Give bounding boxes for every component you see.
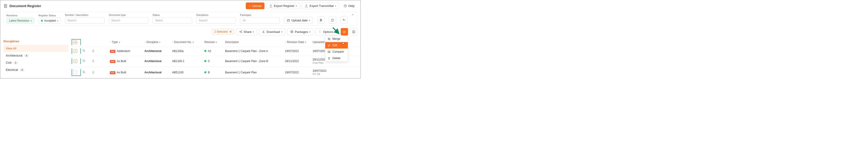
row-checkbox[interactable] <box>72 69 81 76</box>
edit-icon <box>328 44 331 47</box>
sidebar-item-architectural[interactable]: Architectural 4 <box>3 52 68 59</box>
options-menu-compare[interactable]: Compare <box>325 48 348 55</box>
col-type[interactable]: ↑Type▾ <box>108 40 143 45</box>
svg-point-28 <box>343 32 343 33</box>
row-description: Basement 1 Carpark Plan - Zone A <box>224 48 284 53</box>
filter-disciplines-input[interactable] <box>196 17 236 24</box>
filter-statuscol-label: Status <box>153 13 192 16</box>
row-discipline: Architectural <box>143 59 171 64</box>
select-all-checkbox[interactable] <box>72 39 81 45</box>
share-button[interactable]: Share ▾ <box>236 29 257 35</box>
export-transmittal-button[interactable]: Export Transmittal ▾ <box>302 3 339 9</box>
svg-line-19 <box>240 32 241 32</box>
col-description[interactable]: Description <box>224 40 284 45</box>
filter-doctype-input[interactable] <box>109 17 148 24</box>
filter-settings-button[interactable] <box>317 16 324 24</box>
row-checkbox[interactable] <box>72 48 81 54</box>
row-uploaded: 19/07/2022CC 2A <box>311 68 341 77</box>
row-checkbox[interactable] <box>72 59 81 64</box>
export-icon <box>269 4 273 8</box>
col-revdate[interactable]: ↓Revision Date▾ <box>284 40 311 45</box>
status-dot-icon <box>204 71 207 73</box>
row-docno: AB1100a <box>171 48 203 53</box>
panel-view-button[interactable] <box>350 28 357 35</box>
col-revision-label: Revision <box>204 40 215 44</box>
filter-status-select[interactable] <box>153 17 192 24</box>
share-label: Share <box>244 30 252 34</box>
reset-button[interactable] <box>340 16 348 24</box>
filter-upload-date[interactable]: Upload date ▾ <box>284 17 313 24</box>
trash-icon <box>328 57 331 60</box>
row-download-button[interactable] <box>90 58 99 64</box>
packages-button[interactable]: Packages ▾ <box>287 29 313 35</box>
table-row[interactable]: PDFAs Built Architectural AB51100 B Base… <box>72 67 361 78</box>
svg-point-22 <box>320 32 320 33</box>
table-row[interactable]: PDFAddendum Architectural AB1100a A2 Bas… <box>72 47 361 55</box>
svg-line-41 <box>84 72 85 73</box>
svg-point-21 <box>320 32 320 32</box>
options-menu-edit-label: Edit <box>333 44 337 47</box>
svg-rect-35 <box>329 51 330 53</box>
svg-point-38 <box>83 60 85 62</box>
pdf-icon: PDF <box>110 50 116 53</box>
chevron-up-icon <box>351 13 354 16</box>
row-discipline: Architectural <box>143 48 171 53</box>
svg-point-20 <box>320 31 320 31</box>
upload-button[interactable]: + Upload <box>246 3 265 9</box>
download-button[interactable]: Download ▾ <box>259 29 285 35</box>
options-menu-delete[interactable]: Delete <box>325 55 348 62</box>
help-label: Help <box>348 4 354 8</box>
export-register-label: Export Register <box>274 4 294 8</box>
mouse-cursor <box>342 42 345 45</box>
row-preview-button[interactable] <box>81 58 90 64</box>
chevron-down-icon: ▾ <box>216 41 217 43</box>
dots-vertical-icon <box>318 30 321 33</box>
row-type: PDFAddendum <box>108 48 143 54</box>
sort-desc-icon: ↓ <box>285 41 286 43</box>
status-dot-icon <box>204 50 207 52</box>
table-row[interactable]: PDFAs Built Architectural AB1100-1 C Bas… <box>72 55 361 67</box>
row-preview-button[interactable] <box>81 48 90 54</box>
export-icon <box>305 4 308 8</box>
sidebar-item-civil[interactable]: Civil 1 <box>3 59 68 66</box>
col-description-label: Description <box>225 40 239 44</box>
sort-asc-icon: ↑ <box>110 41 111 43</box>
plus-icon: + <box>249 4 251 8</box>
filter-packages-select[interactable] <box>240 17 280 24</box>
export-register-button[interactable]: Export Register ▾ <box>266 3 300 9</box>
col-revision[interactable]: Revision▾ <box>203 40 224 45</box>
svg-rect-5 <box>287 19 289 22</box>
sidebar-item-count: 4 <box>24 54 29 57</box>
options-menu-delete-label: Delete <box>333 56 340 60</box>
search-icon <box>82 49 86 52</box>
share-icon <box>239 30 242 33</box>
sidebar-item-electrical[interactable]: Electrical 4 <box>3 66 68 73</box>
row-preview-button[interactable] <box>81 70 90 75</box>
col-discipline[interactable]: ↑Discipline▾ <box>143 40 171 45</box>
clear-selection-button[interactable]: ✕ <box>229 30 232 33</box>
row-discipline: Architectural <box>143 70 171 75</box>
chevron-down-icon: ▾ <box>335 5 336 7</box>
help-icon <box>344 4 347 8</box>
help-button[interactable]: Help <box>341 3 357 9</box>
col-docno[interactable]: ↑Document No.▾ <box>171 40 203 45</box>
packages-label: Packages <box>295 30 308 34</box>
filter-register-status[interactable]: Accepted ▾ <box>38 18 61 24</box>
list-view-button[interactable] <box>341 28 348 35</box>
chevron-down-icon: ▾ <box>253 31 254 33</box>
row-type: PDFAs Built <box>108 59 143 64</box>
filter-revisions[interactable]: Latest Revisions ▾ <box>6 18 34 24</box>
row-revision: C <box>203 59 224 64</box>
options-button[interactable]: Options ▾ <box>315 29 339 35</box>
options-menu-merge[interactable]: Merge <box>325 36 348 42</box>
export-transmittal-label: Export Transmittal <box>309 4 334 8</box>
sidebar-item-view-all[interactable]: View All <box>3 45 68 52</box>
filter-number-input[interactable] <box>65 17 104 24</box>
row-revision: B <box>203 70 224 75</box>
row-download-button[interactable] <box>90 48 99 54</box>
refresh-button[interactable] <box>329 16 336 24</box>
svg-point-17 <box>241 32 242 33</box>
row-download-button[interactable] <box>90 70 99 75</box>
row-description: Basement 1 Carpark Plan - Zone B <box>224 59 284 64</box>
collapse-filters-button[interactable] <box>351 13 354 17</box>
